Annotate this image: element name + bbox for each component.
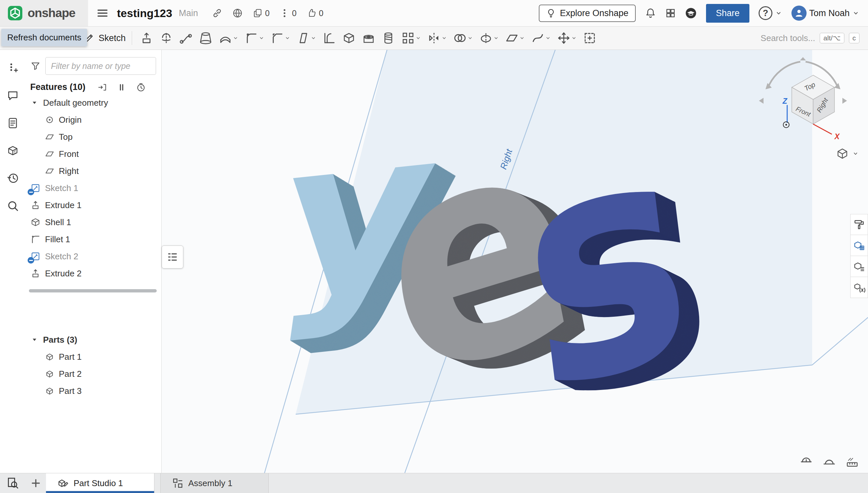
cube-list-icon — [853, 260, 865, 273]
help-menu[interactable]: ? — [759, 6, 782, 20]
add-tab-button[interactable] — [26, 473, 46, 493]
standard-content-button[interactable] — [6, 145, 19, 157]
copies-count: 0 — [265, 8, 270, 18]
hamburger-icon — [97, 7, 108, 19]
onshape-logo[interactable]: onshape — [0, 0, 88, 26]
tool-curve-button[interactable] — [529, 30, 552, 46]
transform-icon — [557, 31, 571, 45]
view-options-dropdown[interactable] — [836, 147, 859, 160]
user-menu[interactable]: Tom Noah — [791, 5, 860, 21]
avatar — [791, 5, 807, 21]
rollback-history-icon[interactable] — [136, 82, 146, 92]
main-menu-button[interactable] — [97, 7, 108, 19]
tab-assembly-1[interactable]: Assembly 1 — [160, 473, 269, 493]
tool-extrude-button[interactable] — [138, 30, 155, 46]
document-title[interactable]: testing123 — [117, 7, 172, 20]
filter-input[interactable] — [45, 57, 156, 75]
tool-thicken-button[interactable] — [217, 30, 240, 46]
filter-funnel-icon[interactable] — [30, 61, 41, 71]
part-part-2[interactable]: Part 2 — [26, 365, 161, 382]
configurations-panel-button[interactable] — [850, 235, 868, 256]
search-button[interactable] — [6, 199, 19, 212]
suspend-icon[interactable] — [117, 83, 126, 92]
part-part-1[interactable]: Part 1 — [26, 348, 161, 365]
tool-split-button[interactable] — [477, 30, 501, 46]
feature-sketch-1[interactable]: Sketch 1 — [26, 179, 161, 197]
default-geometry-node[interactable]: Default geometry — [26, 94, 161, 111]
3d-viewport[interactable]: Right yes Top Front Right Z X — [162, 50, 868, 473]
view-cube[interactable]: Top Front Right Z X — [757, 57, 849, 146]
measure-button[interactable] — [846, 455, 859, 468]
refresh-documents-tooltip: Refresh documents — [1, 29, 87, 46]
draft-icon — [296, 31, 310, 45]
tool-draft-button[interactable] — [295, 30, 318, 46]
tool-shell-button[interactable] — [340, 30, 358, 46]
version-history-button[interactable] — [6, 172, 19, 185]
tool-mirror-button[interactable] — [425, 30, 449, 46]
tool-loft-button[interactable] — [197, 30, 214, 46]
part-icon — [45, 352, 55, 362]
tool-sweep-button[interactable] — [177, 30, 195, 46]
search-tools-button[interactable]: Search tools... alt/⌥ c — [761, 33, 860, 43]
revolve-icon — [159, 31, 173, 45]
chevron-down-icon — [852, 150, 859, 157]
feature-fillet-1[interactable]: Fillet 1 — [26, 231, 161, 248]
feature-list-toggle[interactable] — [162, 245, 183, 269]
tool-pattern-button[interactable] — [400, 30, 423, 46]
chevron-down-icon — [233, 35, 239, 41]
document-notes-button[interactable] — [6, 117, 19, 129]
chevron-down-icon — [852, 9, 860, 17]
section-view-button[interactable] — [800, 455, 813, 468]
chevron-down-icon — [467, 35, 473, 41]
bom-panel-button[interactable] — [850, 256, 868, 277]
tool-chamfer-button[interactable] — [269, 30, 292, 46]
share-button[interactable]: Share — [706, 4, 749, 23]
tool-boolean-button[interactable] — [451, 30, 475, 46]
workspace-label[interactable]: Main — [179, 8, 198, 18]
follow-mode-button[interactable] — [6, 62, 19, 74]
chevron-down-icon — [441, 35, 447, 41]
feature-extrude-1[interactable]: Extrude 1 — [26, 197, 161, 214]
tab-part-studio-1[interactable]: Part Studio 1 — [46, 473, 155, 493]
tool-rib-button[interactable] — [321, 30, 338, 46]
notifications-button[interactable] — [645, 7, 656, 19]
share-visibility-button[interactable] — [232, 8, 243, 18]
rollback-bar[interactable] — [29, 289, 157, 293]
link-icon — [212, 8, 222, 18]
feature-right[interactable]: Right — [26, 163, 161, 179]
tool-thread-button[interactable] — [380, 30, 397, 46]
part-part-3[interactable]: Part 3 — [26, 382, 161, 400]
variables-panel-button[interactable] — [850, 277, 868, 298]
feature-shell-1[interactable]: Shell 1 — [26, 214, 161, 231]
tool-transform-button[interactable] — [555, 30, 579, 46]
tool-hole-button[interactable] — [360, 30, 377, 46]
tab-manager-button[interactable] — [0, 473, 26, 493]
features-header: Features (10) — [26, 80, 161, 94]
parts-node[interactable]: Parts (3) — [26, 331, 161, 348]
copy-link-button[interactable] — [212, 8, 222, 18]
tool-select-button[interactable] — [581, 30, 598, 46]
explore-onshape-button[interactable]: Explore Onshape — [539, 5, 636, 22]
tool-fillet-button[interactable] — [243, 30, 266, 46]
likes-counter[interactable]: 0 — [306, 8, 324, 18]
feature-label: Sketch 2 — [45, 252, 78, 262]
learning-center-button[interactable] — [685, 7, 697, 19]
app-store-button[interactable] — [665, 8, 676, 18]
copy-icon — [253, 8, 263, 18]
comments-button[interactable] — [6, 89, 19, 102]
feature-origin[interactable]: Origin — [26, 111, 161, 128]
tool-plane-button[interactable] — [503, 30, 527, 46]
tool-revolve-button[interactable] — [158, 30, 175, 46]
feature-rows: Sketch 1 Extrude 1 Shell 1 Fillet 1 Sket… — [26, 179, 161, 282]
sketch-button[interactable]: Sketch — [83, 33, 126, 44]
view-mode-button[interactable] — [823, 455, 836, 468]
appearances-panel-button[interactable] — [850, 214, 868, 235]
feature-sketch-2[interactable]: Sketch 2 — [26, 248, 161, 265]
feature-extrude-2[interactable]: Extrude 2 — [26, 265, 161, 282]
feature-top[interactable]: Top — [26, 128, 161, 145]
parts-count-label: Parts (3) — [43, 335, 77, 345]
insert-feature-icon[interactable] — [97, 82, 107, 92]
copies-counter[interactable]: 0 — [253, 8, 270, 18]
feature-front[interactable]: Front — [26, 145, 161, 163]
versions-counter[interactable]: 0 — [280, 8, 297, 18]
